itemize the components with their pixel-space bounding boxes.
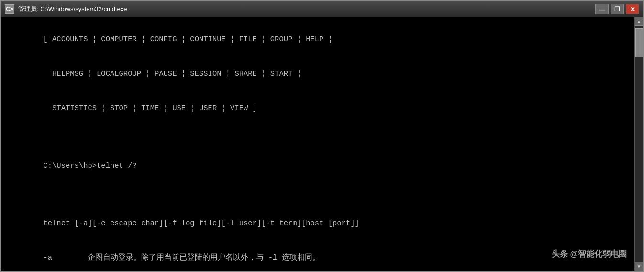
scroll-up-arrow[interactable]: ▲ (635, 17, 644, 26)
titlebar-left: C> 管理员: C:\Windows\system32\cmd.exe (5, 4, 127, 14)
close-button[interactable]: ✕ (626, 4, 639, 14)
scroll-thumb[interactable] (635, 28, 643, 57)
app-icon: C> (5, 4, 14, 14)
cmd-window: C> 管理员: C:\Windows\system32\cmd.exe — ❐ … (0, 0, 644, 272)
scroll-track[interactable] (635, 26, 643, 262)
scroll-down-arrow[interactable]: ▼ (635, 262, 644, 271)
terminal-output: [ ACCOUNTS ¦ COMPUTER ¦ CONFIG ¦ CONTINU… (8, 22, 628, 271)
scrollbar[interactable]: ▲ ▼ (634, 17, 643, 271)
terminal-content[interactable]: [ ACCOUNTS ¦ COMPUTER ¦ CONFIG ¦ CONTINU… (1, 17, 634, 271)
maximize-button[interactable]: ❐ (611, 4, 624, 14)
terminal-area: [ ACCOUNTS ¦ COMPUTER ¦ CONFIG ¦ CONTINU… (1, 17, 643, 271)
window-title: 管理员: C:\Windows\system32\cmd.exe (18, 5, 127, 13)
watermark: 头条 @智能化弱电圈 (552, 249, 627, 260)
minimize-button[interactable]: — (595, 4, 609, 14)
titlebar: C> 管理员: C:\Windows\system32\cmd.exe — ❐ … (1, 1, 643, 17)
window-controls: — ❐ ✕ (595, 4, 639, 14)
